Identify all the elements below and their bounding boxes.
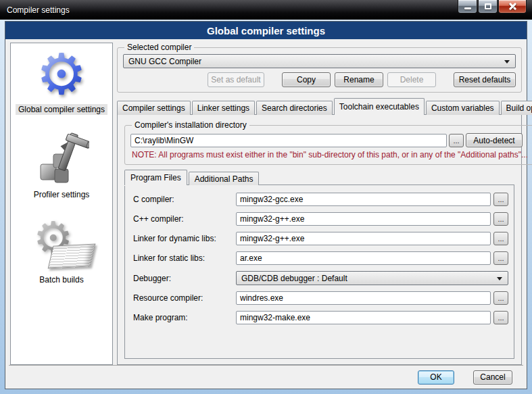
- field-label: Linker for static libs:: [133, 253, 236, 263]
- cpp-compiler-row: C++ compiler: ...: [133, 212, 508, 226]
- close-icon: [508, 2, 517, 11]
- dynamic-linker-input[interactable]: [236, 232, 491, 245]
- main-area: ⚙ Global compiler settings: [5, 39, 527, 365]
- tab-program-files[interactable]: Program Files: [124, 170, 187, 185]
- sidebar-item-global-compiler-settings[interactable]: ⚙ Global compiler settings: [16, 45, 107, 115]
- field-label: Resource compiler:: [133, 293, 236, 303]
- tab-build-options[interactable]: Build options: [501, 101, 532, 115]
- dialog-footer: OK Cancel: [9, 365, 523, 389]
- program-files-panel: C compiler: ... C++ compiler: ...: [124, 184, 514, 359]
- window-title: Compiler settings: [7, 5, 70, 15]
- make-program-input[interactable]: [236, 311, 491, 324]
- sidebar-item-label: Profiler settings: [31, 189, 93, 200]
- installation-directory-legend: Compiler's installation directory: [132, 120, 249, 130]
- close-button[interactable]: [498, 0, 527, 14]
- dynamic-linker-browse-button[interactable]: ...: [493, 232, 508, 245]
- compiler-settings-window: Compiler settings Global compiler settin…: [0, 0, 532, 394]
- chevron-down-icon: [504, 60, 510, 64]
- tab-compiler-settings[interactable]: Compiler settings: [117, 101, 191, 115]
- make-program-row: Make program: ...: [133, 311, 508, 324]
- programs-notebook: Program Files Additional Paths C compile…: [124, 170, 514, 359]
- installation-note: NOTE: All programs must exist either in …: [132, 150, 528, 159]
- installation-directory-row: ... Auto-detect: [130, 133, 523, 147]
- maximize-icon: [485, 3, 491, 9]
- window-controls: [458, 0, 527, 14]
- cancel-button[interactable]: Cancel: [473, 370, 512, 385]
- minimize-button[interactable]: [458, 0, 477, 14]
- rename-button[interactable]: Rename: [335, 72, 383, 87]
- minimize-icon: [464, 7, 471, 9]
- set-as-default-button: Set as default: [208, 72, 264, 87]
- tab-search-directories[interactable]: Search directories: [256, 101, 333, 115]
- page-title: Global compiler settings: [5, 22, 527, 39]
- batch-builds-gear-icon: ⚙: [29, 215, 94, 274]
- selected-compiler-value: GNU GCC Compiler: [128, 57, 201, 66]
- cpp-compiler-browse-button[interactable]: ...: [493, 212, 508, 226]
- sidebar-item-label: Batch builds: [37, 274, 86, 285]
- profiler-caliper-icon: [29, 130, 94, 189]
- installation-directory-group: Compiler's installation directory ... Au…: [124, 120, 532, 165]
- tab-toolchain-executables[interactable]: Toolchain executables: [334, 98, 425, 115]
- debugger-dropdown[interactable]: GDB/CDB debugger : Default: [236, 271, 508, 285]
- c-compiler-input[interactable]: [236, 193, 491, 206]
- debugger-value: GDB/CDB debugger : Default: [241, 274, 347, 283]
- global-compiler-settings-gear-icon: ⚙: [29, 45, 94, 104]
- toolchain-executables-panel: Compiler's installation directory ... Au…: [117, 114, 522, 365]
- dialog-content: Global compiler settings ⚙ Global compil…: [5, 21, 527, 389]
- field-label: C compiler:: [133, 195, 236, 204]
- field-label: Debugger:: [133, 274, 236, 283]
- settings-tabs: Compiler settings Linker settings Search…: [117, 98, 522, 115]
- maximize-button[interactable]: [478, 0, 498, 14]
- settings-panel: Selected compiler GNU GCC Compiler Set a…: [117, 43, 522, 365]
- make-program-browse-button[interactable]: ...: [493, 311, 508, 324]
- compiler-actions: Set as default Copy Rename Delete Reset …: [123, 72, 516, 87]
- browse-directory-button[interactable]: ...: [449, 134, 464, 147]
- chevron-down-icon: [497, 277, 502, 280]
- copy-button[interactable]: Copy: [282, 72, 331, 87]
- titlebar[interactable]: Compiler settings: [0, 0, 532, 20]
- window-frame: Global compiler settings ⚙ Global compil…: [0, 20, 532, 394]
- tab-custom-variables[interactable]: Custom variables: [426, 101, 500, 115]
- installation-directory-input[interactable]: [130, 134, 447, 147]
- resource-compiler-row: Resource compiler: ...: [133, 291, 508, 305]
- programs-tabs: Program Files Additional Paths: [124, 170, 514, 185]
- dynamic-linker-row: Linker for dynamic libs: ...: [133, 232, 508, 245]
- ok-button[interactable]: OK: [418, 370, 454, 385]
- auto-detect-button[interactable]: Auto-detect: [466, 133, 523, 147]
- selected-compiler-group: Selected compiler GNU GCC Compiler Set a…: [117, 43, 522, 93]
- paper-stack-icon: [48, 243, 96, 268]
- c-compiler-row: C compiler: ...: [133, 193, 508, 206]
- field-label: Linker for dynamic libs:: [133, 234, 236, 243]
- sidebar-item-batch-builds[interactable]: ⚙ Batch builds: [29, 215, 94, 285]
- field-label: Make program:: [133, 313, 236, 322]
- cpp-compiler-input[interactable]: [236, 212, 491, 226]
- reset-defaults-button[interactable]: Reset defaults: [454, 72, 516, 87]
- static-linker-row: Linker for static libs: ...: [133, 251, 508, 265]
- resource-compiler-input[interactable]: [236, 291, 491, 305]
- debugger-row: Debugger: GDB/CDB debugger : Default: [133, 271, 508, 285]
- delete-button: Delete: [387, 72, 436, 87]
- sidebar-item-profiler-settings[interactable]: Profiler settings: [29, 130, 94, 200]
- field-label: C++ compiler:: [133, 214, 236, 224]
- selected-compiler-legend: Selected compiler: [124, 43, 194, 52]
- tab-additional-paths[interactable]: Additional Paths: [189, 172, 260, 185]
- static-linker-input[interactable]: [236, 251, 491, 265]
- c-compiler-browse-button[interactable]: ...: [493, 193, 508, 206]
- sidebar: ⚙ Global compiler settings: [10, 43, 113, 365]
- resource-compiler-browse-button[interactable]: ...: [493, 291, 508, 305]
- static-linker-browse-button[interactable]: ...: [493, 251, 508, 265]
- selected-compiler-dropdown[interactable]: GNU GCC Compiler: [123, 54, 516, 68]
- tab-linker-settings[interactable]: Linker settings: [192, 101, 255, 115]
